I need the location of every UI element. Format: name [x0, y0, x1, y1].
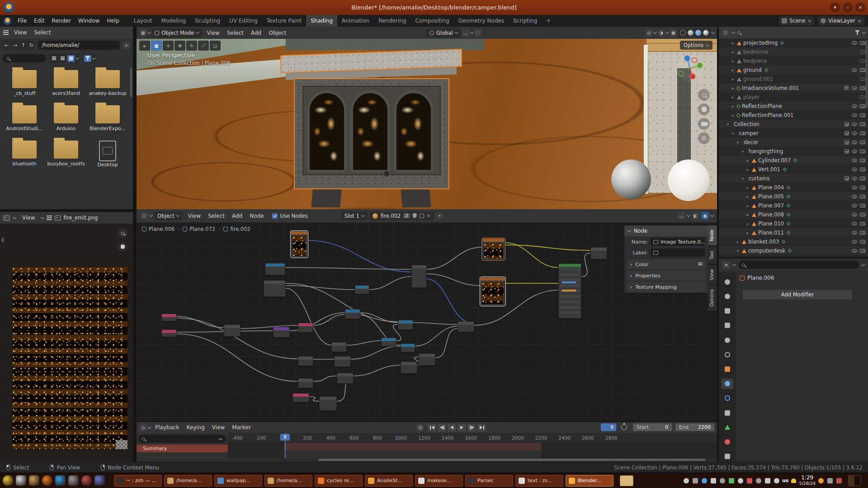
eye-icon[interactable] — [852, 68, 857, 72]
editor-type-icon[interactable]: ☷ — [722, 29, 729, 37]
auto-key-icon[interactable] — [416, 424, 424, 432]
outliner-scrollbar[interactable] — [866, 40, 868, 108]
folder-item[interactable]: acers3fand — [45, 70, 87, 96]
zoom-icon[interactable] — [698, 89, 710, 101]
properties-tab-tool[interactable] — [722, 277, 733, 287]
shader-node[interactable] — [401, 343, 415, 352]
notification-bell-icon[interactable] — [791, 479, 796, 483]
editor-type-chevron-icon[interactable] — [149, 213, 153, 217]
outliner-row[interactable]: ▸ReflectionPlane.001 — [719, 111, 868, 120]
snap-chevron-icon[interactable] — [687, 213, 690, 217]
launcher-icon[interactable] — [42, 475, 52, 486]
eye-icon[interactable] — [852, 213, 857, 216]
tray-window-icon[interactable] — [620, 475, 633, 486]
menu-view[interactable]: View — [10, 27, 30, 38]
menu-view[interactable]: View — [208, 422, 228, 433]
playhead-frame-badge[interactable]: 9 — [280, 434, 290, 441]
editor-type-icon[interactable] — [2, 29, 9, 37]
folder-item[interactable]: busybox_rootfs — [45, 141, 87, 168]
cam-icon[interactable] — [860, 177, 865, 180]
breadcrumb-item[interactable]: fire.002 — [223, 226, 250, 232]
cursor-tool-icon[interactable]: ✛ — [163, 41, 174, 51]
shader-node[interactable] — [298, 323, 313, 333]
outliner-row[interactable]: ▸Plane.005 — [719, 192, 868, 201]
tray-icon[interactable] — [756, 478, 761, 483]
editor-type-chevron-icon[interactable] — [13, 215, 16, 219]
solid-shading-icon[interactable] — [688, 30, 693, 36]
workspace-tab-layout[interactable]: Layout — [129, 15, 157, 27]
material-users-badge[interactable]: 2 — [403, 213, 410, 218]
node-panel-header[interactable]: Node — [624, 225, 708, 236]
menu-object[interactable]: Object — [265, 27, 290, 39]
outliner-row[interactable]: ▸Plane.011 — [719, 228, 868, 237]
task-button[interactable]: /home/a... — [264, 475, 312, 487]
properties-options-chevron-icon[interactable] — [861, 262, 865, 266]
collapse-arrow-icon[interactable]: ▸ — [736, 240, 740, 244]
sidebar-tab-tool[interactable]: Tool — [708, 247, 717, 263]
outliner-row[interactable]: ▾curtains — [719, 174, 868, 183]
image-menu-icon[interactable] — [47, 216, 52, 220]
proportional-edit-icon[interactable]: ◌ — [474, 29, 482, 37]
menu-select[interactable]: Select — [30, 27, 54, 38]
outliner-row[interactable]: ▾decor — [719, 138, 868, 147]
cam-icon[interactable] — [860, 204, 865, 207]
eye-icon[interactable] — [852, 86, 857, 90]
cam-icon[interactable] — [860, 249, 865, 253]
expand-arrow-icon[interactable]: ▾ — [741, 177, 745, 181]
workspace-tab-modeling[interactable]: Modeling — [157, 15, 191, 27]
mode-dropdown[interactable]: Object Mode — [151, 28, 202, 38]
eye-icon[interactable] — [852, 231, 857, 235]
collapse-arrow-icon[interactable]: ▸ — [745, 186, 750, 190]
stopwatch-icon[interactable] — [621, 424, 627, 430]
node-panel-section-properties[interactable]: ›Properties — [627, 271, 706, 281]
cam-icon[interactable] — [860, 131, 865, 135]
rotate-tool-icon[interactable]: ↻ — [186, 41, 197, 51]
task-button[interactable]: Parsec — [465, 475, 513, 487]
path-input[interactable]: /home/amalie/ — [38, 41, 120, 50]
collapse-arrow-icon[interactable]: ▸ — [731, 41, 735, 45]
shader-type-dropdown[interactable]: Object — [154, 211, 182, 221]
image-view-menu[interactable]: View — [19, 212, 38, 224]
cam-icon[interactable] — [860, 213, 865, 216]
outliner-row[interactable]: ▾computerdesk — [719, 246, 868, 255]
eye-icon[interactable] — [852, 141, 857, 144]
menu-file[interactable]: File — [14, 15, 30, 27]
shader-node[interactable] — [319, 396, 337, 411]
collapse-arrow-icon[interactable]: ▸ — [731, 68, 735, 72]
folder-item[interactable]: anakey-backup — [87, 70, 128, 96]
add-workspace-tab[interactable]: + — [542, 15, 555, 27]
filter-chevron-icon[interactable] — [862, 30, 866, 33]
collapse-arrow-icon[interactable]: ▸ — [731, 104, 735, 108]
expand-arrow-icon[interactable]: ▾ — [736, 141, 740, 145]
collapse-arrow-icon[interactable]: ▸ — [731, 86, 735, 90]
task-button[interactable]: /home/a... — [164, 475, 212, 487]
menu-add[interactable]: Add — [247, 27, 265, 39]
toggle-ortho-grid-icon[interactable]: ⊞ — [698, 132, 710, 144]
breadcrumb-item[interactable]: Plane.072 — [183, 226, 215, 232]
jump-to-start-icon[interactable] — [428, 424, 436, 432]
wireframe-shading-icon[interactable] — [680, 30, 686, 36]
cam-icon[interactable] — [860, 86, 865, 90]
tray-icon[interactable] — [818, 478, 824, 483]
check-icon[interactable] — [844, 176, 849, 181]
filter-options-chevron-icon[interactable] — [92, 56, 96, 59]
blender-menu-icon[interactable] — [4, 17, 11, 25]
gizmo-chevron-icon[interactable] — [653, 30, 657, 34]
eye-icon[interactable] — [852, 113, 857, 117]
expand-icon[interactable]: ⇔ — [219, 436, 222, 441]
launcher-icon[interactable] — [3, 475, 13, 486]
node-panel-section-texture-mapping[interactable]: ›Texture Mapping — [627, 282, 706, 292]
thumbnail-view-icon[interactable] — [67, 55, 75, 62]
end-frame-field[interactable]: End2200 — [675, 423, 714, 431]
folder-item[interactable]: BlenderExpo... — [87, 105, 128, 131]
eye-icon[interactable] — [852, 168, 857, 171]
folder-item[interactable]: AndroidStudi... — [4, 105, 45, 131]
shader-node[interactable] — [480, 277, 505, 306]
outliner-row[interactable]: ▸Cylinder.007 — [719, 156, 868, 165]
select-box-tool-icon[interactable]: ▦ — [151, 41, 162, 51]
overlays-chevron-icon[interactable] — [665, 30, 669, 34]
properties-tab-texture[interactable] — [722, 451, 733, 462]
preview-ball-icon[interactable]: ● — [701, 212, 709, 220]
eye-icon[interactable] — [852, 131, 857, 135]
editor-type-chevron-icon[interactable] — [732, 262, 736, 266]
